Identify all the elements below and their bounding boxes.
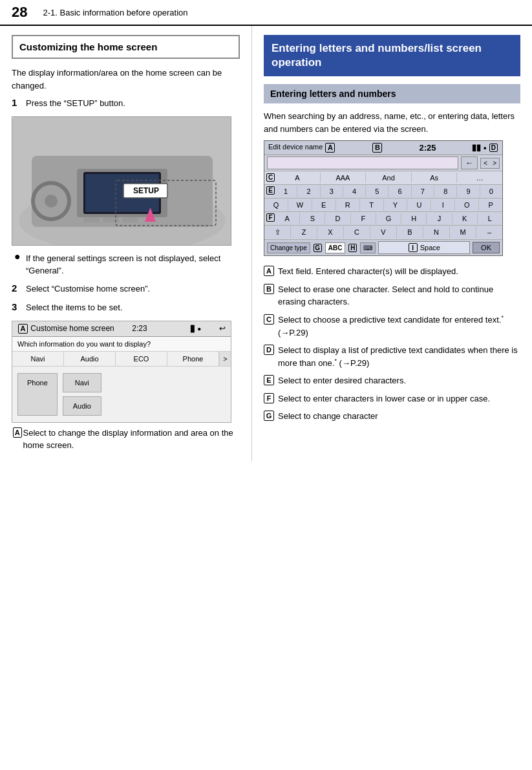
- cs-tab-eco[interactable]: ECO: [116, 352, 167, 366]
- signal-bar-icon: ▊▊: [473, 145, 482, 151]
- kb-key-z[interactable]: Z: [291, 226, 317, 239]
- footnote-star-c: *: [501, 314, 504, 321]
- svg-point-7: [45, 195, 58, 208]
- cs-card-phone[interactable]: Phone: [17, 373, 58, 416]
- cs-tab-navi[interactable]: Navi: [12, 352, 64, 366]
- kb-key-7[interactable]: 7: [412, 186, 434, 197]
- kb-predict-aaa[interactable]: AAA: [321, 173, 367, 183]
- kb-bottom-row: Change type G ABC H ⌨ I Space OK: [264, 240, 502, 255]
- bullet-dot-1: ●: [14, 251, 26, 277]
- kb-key-w[interactable]: W: [288, 199, 312, 211]
- kb-label-h: H: [348, 244, 357, 252]
- step-text-3: Select the items to be set.: [26, 301, 123, 314]
- kb-key-k[interactable]: K: [452, 213, 478, 224]
- kb-key-a[interactable]: A: [275, 213, 300, 224]
- right-column: Entering letters and numbers/list screen…: [252, 26, 532, 461]
- kb-key-b[interactable]: B: [397, 226, 423, 239]
- desc-badge-a: A: [264, 266, 274, 276]
- kb-key-r[interactable]: R: [336, 199, 360, 211]
- kb-key-q[interactable]: Q: [264, 199, 288, 211]
- kb-zxcv-row: ⇧ Z X C V B N M –: [264, 226, 502, 240]
- kb-keyboard-mode-button[interactable]: ⌨: [360, 242, 376, 253]
- right-main-heading: Entering letters and numbers/list screen…: [264, 35, 520, 76]
- kb-predict-ellipsis[interactable]: …: [457, 173, 502, 183]
- kb-key-x[interactable]: X: [317, 226, 344, 239]
- desc-item-a: A Text field. Entered character(s) will …: [264, 265, 520, 278]
- kb-label-f: F: [266, 213, 275, 222]
- cs-card-audio[interactable]: Audio: [63, 396, 101, 416]
- step-3: 3 Select the items to be set.: [12, 301, 240, 314]
- kb-key-shift[interactable]: ⇧: [264, 226, 291, 239]
- desc-text-f: Select to enter characters in lower case…: [278, 392, 490, 405]
- kb-key-t[interactable]: T: [360, 199, 384, 211]
- kb-key-c[interactable]: C: [344, 226, 370, 239]
- cs-back-button[interactable]: ↩: [219, 324, 226, 333]
- kb-key-o[interactable]: O: [455, 199, 479, 211]
- kb-predict-a[interactable]: A: [275, 173, 321, 183]
- kb-header: Edit device name A B 2:25 ▊▊ ● D: [264, 141, 502, 155]
- cs-header: A Customise home screen 2:23 ▊ ● ↩: [12, 321, 231, 337]
- kb-key-6[interactable]: 6: [388, 186, 411, 197]
- kb-key-dash[interactable]: –: [476, 226, 502, 239]
- kb-key-f[interactable]: F: [351, 213, 376, 224]
- kb-input-row: ← < >: [264, 155, 502, 171]
- step-text-1: Press the “SETUP” button.: [26, 97, 125, 110]
- bullet-text-1: If the general settings screen is not di…: [26, 252, 240, 277]
- kb-key-d[interactable]: D: [325, 213, 350, 224]
- kb-key-l[interactable]: L: [478, 213, 502, 224]
- chapter-title: 2-1. Basic information before operation: [43, 8, 187, 17]
- kb-text-field[interactable]: [267, 156, 458, 169]
- svg-rect-8: [83, 217, 100, 222]
- kb-abc-button[interactable]: ABC: [325, 242, 346, 253]
- kb-key-e[interactable]: E: [312, 199, 336, 211]
- kb-key-1[interactable]: 1: [275, 186, 297, 197]
- step-number-3: 3: [12, 301, 26, 314]
- kb-label-b: B: [372, 143, 382, 153]
- wifi-status-icon: ●: [484, 145, 487, 151]
- car-dashboard-image: SETUP: [12, 116, 231, 246]
- desc-item-b: B Select to erase one character. Select …: [264, 283, 520, 308]
- cs-tab-audio[interactable]: Audio: [64, 352, 116, 366]
- kb-key-g[interactable]: G: [376, 213, 401, 224]
- kb-arrow-buttons[interactable]: < >: [480, 158, 500, 169]
- kb-predict-as[interactable]: As: [412, 173, 458, 183]
- kb-change-type-button[interactable]: Change type: [267, 242, 310, 253]
- kb-key-y[interactable]: Y: [384, 199, 408, 211]
- cs-tab-phone[interactable]: Phone: [167, 352, 219, 366]
- desc-text-g: Select to change character: [278, 410, 378, 423]
- kb-backspace-button[interactable]: ←: [461, 156, 478, 169]
- desc-badge-d: D: [264, 345, 274, 355]
- kb-key-0[interactable]: 0: [480, 186, 502, 197]
- kb-key-u[interactable]: U: [407, 199, 431, 211]
- kb-key-i[interactable]: I: [431, 199, 455, 211]
- footnote-star-d: *: [334, 358, 337, 364]
- kb-key-j[interactable]: J: [427, 213, 452, 224]
- kb-key-h[interactable]: H: [401, 213, 427, 224]
- kb-key-5[interactable]: 5: [366, 186, 388, 197]
- kb-key-4[interactable]: 4: [343, 186, 366, 197]
- kb-key-9[interactable]: 9: [457, 186, 480, 197]
- kb-time: 2:25: [419, 143, 436, 153]
- kb-key-3[interactable]: 3: [321, 186, 343, 197]
- kb-key-m[interactable]: M: [450, 226, 476, 239]
- kb-space-button[interactable]: I Space: [378, 241, 470, 254]
- desc-text-d: Select to display a list of predictive t…: [278, 344, 520, 369]
- page-number: 28: [12, 4, 27, 21]
- cs-tab-more[interactable]: >: [219, 352, 231, 366]
- kb-key-8[interactable]: 8: [434, 186, 457, 197]
- kb-key-n[interactable]: N: [423, 226, 450, 239]
- kb-key-2[interactable]: 2: [297, 186, 320, 197]
- keyboard-screen-mockup: Edit device name A B 2:25 ▊▊ ● D ←: [264, 140, 503, 256]
- kb-key-p[interactable]: P: [479, 199, 502, 211]
- desc-item-d: D Select to display a list of predictive…: [264, 344, 520, 369]
- desc-item-e: E Select to enter desired characters.: [264, 374, 520, 387]
- cs-card-navi[interactable]: Navi: [63, 373, 101, 392]
- kb-status-icons: ▊▊ ● D: [473, 144, 498, 152]
- kb-key-s[interactable]: S: [300, 213, 325, 224]
- kb-key-v[interactable]: V: [370, 226, 397, 239]
- kb-predict-and[interactable]: And: [366, 173, 412, 183]
- kb-left-arrow[interactable]: <: [481, 158, 490, 168]
- kb-right-arrow[interactable]: >: [490, 158, 499, 168]
- kb-ok-button[interactable]: OK: [473, 242, 500, 253]
- desc-text-b: Select to erase one character. Select an…: [278, 283, 520, 308]
